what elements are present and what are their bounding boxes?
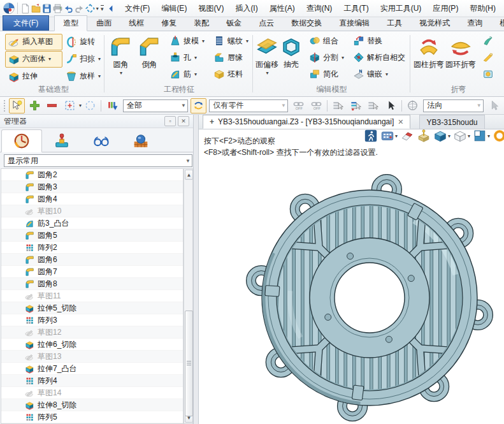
ribbon-button-解析自相交[interactable]: 解析自相交 <box>350 49 408 66</box>
ribbon-button-拔模[interactable]: 拔模▾ <box>166 33 208 49</box>
ribbon-button-坯料[interactable]: 坯料 <box>210 66 252 82</box>
new-file-button[interactable] <box>20 1 31 15</box>
panel-splitter[interactable] <box>194 115 199 424</box>
ribbon-button-圆角[interactable]: 圆角▾ <box>106 33 135 76</box>
tree-item-拉伸7_凸台[interactable]: 拉伸7_凸台 <box>1 363 183 375</box>
ribbon-button-抽壳[interactable]: 抽壳 <box>279 33 303 70</box>
ribbon-tab-查询[interactable]: 查询 <box>459 16 491 31</box>
new-tab-icon[interactable]: + <box>210 117 214 126</box>
ribbon-tab-直接编辑[interactable]: 直接编辑 <box>331 16 378 31</box>
ribbon-button-倒角[interactable]: 倒角 <box>135 33 164 70</box>
ribbon-button-boxy[interactable] <box>479 66 497 82</box>
pinbox-view-button[interactable] <box>417 129 431 143</box>
view-diamond-button[interactable] <box>85 1 96 15</box>
tree-item-拉伸8_切除[interactable]: 拉伸8_切除 <box>1 399 183 411</box>
add-selection-button[interactable] <box>26 98 43 113</box>
swap-filter-button[interactable] <box>191 98 207 113</box>
keypad-view-button[interactable]: ▾ <box>380 129 398 143</box>
ribbon-tab-钣金[interactable]: 钣金 <box>218 16 250 31</box>
tree-item-拉伸6_切除[interactable]: 拉伸6_切除 <box>1 339 183 351</box>
select-cursor-button[interactable] <box>382 98 399 113</box>
eraser-view-button[interactable] <box>400 129 414 143</box>
tree-item-草图13[interactable]: 草图13 <box>1 351 183 363</box>
ribbon-button-简化[interactable]: 简化 <box>306 66 347 82</box>
tree-item-阵列2[interactable]: 阵列2 <box>1 242 183 254</box>
menu-视图(V)[interactable]: 视图(V) <box>192 1 229 16</box>
ribbon-tab-造型[interactable]: 造型 <box>54 15 87 31</box>
ribbon-button-组合[interactable]: 组合 <box>306 33 347 49</box>
scroll-up-icon[interactable]: ▲ <box>185 170 193 180</box>
menu-查询(N)[interactable]: 查询(N) <box>301 1 338 16</box>
customize-quick-access-button[interactable]: ▾ <box>99 1 106 15</box>
menu-文件(F)[interactable]: 文件(F) <box>119 1 155 16</box>
tree-item-圆角6[interactable]: 圆角6 <box>1 254 183 266</box>
tree-item-草图11[interactable]: 草图11 <box>1 290 183 302</box>
manager-tab-history-manager[interactable] <box>1 129 42 152</box>
ribbon-button-插入草图[interactable]: 插入草图 <box>5 34 62 50</box>
tree-item-圆角7[interactable]: 圆角7 <box>1 266 183 278</box>
marquee-select-button[interactable] <box>61 98 78 113</box>
document-tab[interactable]: YB3-315houdu <box>419 115 484 129</box>
ribbon-tab-装配[interactable]: 装配 <box>185 16 217 31</box>
entity-filter-select[interactable]: 全部▼ <box>123 99 188 112</box>
orientation-globe-button[interactable] <box>405 98 421 113</box>
manager-tab-assembly-manager[interactable] <box>42 130 82 152</box>
save-file-button[interactable] <box>41 1 52 15</box>
pick-from-list-active-button[interactable] <box>347 98 364 113</box>
walk-view-button[interactable] <box>364 129 378 143</box>
ribbon-button-旋转[interactable]: 旋转 <box>62 34 102 50</box>
tree-item-阵列3[interactable]: 阵列3 <box>1 314 183 326</box>
manager-tab-visual-manager[interactable] <box>82 130 121 152</box>
ringpartial-view-button[interactable] <box>493 129 504 143</box>
open-file-button[interactable] <box>31 1 41 15</box>
tree-item-草图12[interactable]: 草图12 <box>1 326 183 339</box>
tree-item-圆角2[interactable]: 圆角2 <box>1 169 183 181</box>
tree-item-圆角5[interactable]: 圆角5 <box>1 230 183 242</box>
collapse-toolbar-button[interactable] <box>106 1 117 15</box>
redo-button[interactable] <box>74 1 85 15</box>
manager-tab-render-manager[interactable] <box>121 130 161 152</box>
pick-from-list-button[interactable] <box>330 98 347 113</box>
model-3d-view[interactable] <box>236 174 504 424</box>
ribbon-button-twist[interactable] <box>479 33 497 49</box>
ribbon-button-bar[interactable] <box>479 49 497 66</box>
undo-button[interactable] <box>63 1 74 15</box>
ribbon-button-镶嵌[interactable]: 镶嵌▾ <box>350 66 408 82</box>
cursor-disabled-button[interactable] <box>486 98 503 113</box>
cornerview-view-button[interactable]: ▾ <box>473 129 490 143</box>
tree-item-拉伸5_切除[interactable]: 拉伸5_切除 <box>1 302 183 314</box>
ribbon-button-圆环折弯[interactable]: 圆环折弯 <box>445 33 477 70</box>
ribbon-button-替换[interactable]: 替换 <box>350 33 408 49</box>
menu-帮助(H)[interactable]: 帮助(H) <box>464 1 501 16</box>
tree-scrollbar[interactable]: ▲ ▼ <box>184 168 193 424</box>
ribbon-button-分割[interactable]: 分割▾ <box>306 49 347 66</box>
ribbon-button-扫掠[interactable]: 扫掠▾ <box>62 51 102 68</box>
ribbon-tab-模具[interactable]: 模具 <box>491 16 504 31</box>
ribbon-button-六面体[interactable]: 六面体▾ <box>5 51 62 68</box>
direction-select[interactable]: 法向▼ <box>423 99 483 112</box>
tree-item-圆角8[interactable]: 圆角8 <box>1 278 183 290</box>
menu-工具(T)[interactable]: 工具(T) <box>338 1 374 16</box>
document-tab[interactable]: +YB3-315houduangai.Z3 - [YB3-315houqiand… <box>203 115 410 129</box>
ribbon-button-放样[interactable]: 放样▾ <box>62 68 102 85</box>
remove-selection-button[interactable] <box>44 98 61 113</box>
marquee-dropdown-icon[interactable]: ▾ <box>79 103 82 108</box>
color-filter-button[interactable] <box>104 98 120 113</box>
scrollbar-thumb[interactable] <box>185 311 193 416</box>
pick-cursor-button[interactable] <box>9 98 25 113</box>
ribbon-tab-线框[interactable]: 线框 <box>120 16 152 31</box>
tree-item-圆角3[interactable]: 圆角3 <box>1 181 183 193</box>
ribbon-tab-数据交换[interactable]: 数据交换 <box>283 16 330 31</box>
ribbon-tab-修复[interactable]: 修复 <box>153 16 185 31</box>
ribbon-button-圆柱折弯[interactable]: 圆柱折弯 <box>413 33 445 70</box>
ribbon-tab-工具[interactable]: 工具 <box>378 16 410 31</box>
tab-file[interactable]: 文件(F) <box>3 15 49 31</box>
tree-item-草图10[interactable]: 草图10 <box>1 205 183 217</box>
ribbon-button-唇缘[interactable]: 唇缘 <box>210 49 252 66</box>
ribbon-button-拉伸[interactable]: 拉伸 <box>5 68 62 85</box>
ribbon-tab-曲面[interactable]: 曲面 <box>88 16 120 31</box>
tree-item-筋3_凸台[interactable]: 筋3_凸台 <box>1 217 183 230</box>
ribbon-button-面偏移[interactable]: 面偏移▾ <box>255 33 279 76</box>
tree-filter-select[interactable]: 显示常用▼ <box>4 154 192 167</box>
ribbon-tab-点云[interactable]: 点云 <box>250 16 282 31</box>
